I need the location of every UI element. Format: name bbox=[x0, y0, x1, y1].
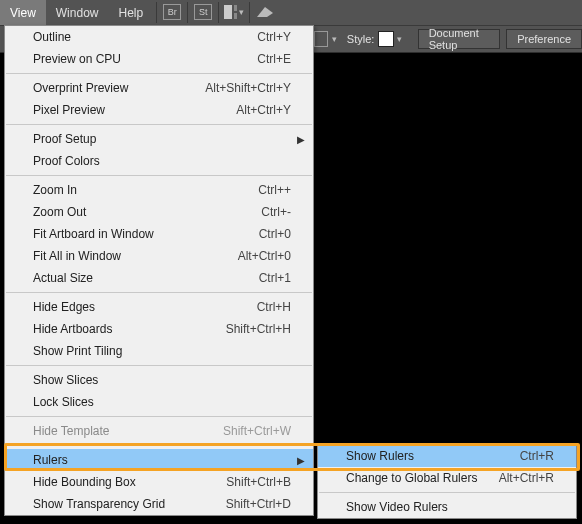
menu-view[interactable]: View bbox=[0, 0, 46, 25]
view-menu-item[interactable]: Zoom OutCtrl+- bbox=[5, 201, 313, 223]
menu-item-label: Rulers bbox=[33, 453, 291, 467]
menu-item-shortcut: Shift+Ctrl+H bbox=[226, 322, 291, 336]
menu-item-shortcut: Ctrl+0 bbox=[259, 227, 291, 241]
menu-item-label: Zoom In bbox=[33, 183, 258, 197]
chevron-right-icon: ▶ bbox=[297, 134, 305, 145]
arrange-documents-icon[interactable]: ▾ bbox=[224, 3, 244, 21]
menu-item-shortcut: Alt+Ctrl+Y bbox=[236, 103, 291, 117]
menu-item-label: Outline bbox=[33, 30, 257, 44]
menu-separator bbox=[6, 416, 312, 417]
view-menu-item[interactable]: Show Slices bbox=[5, 369, 313, 391]
menu-item-label: Hide Edges bbox=[33, 300, 257, 314]
menu-item-shortcut: Alt+Shift+Ctrl+Y bbox=[205, 81, 291, 95]
view-menu-item[interactable]: Show Transparency GridShift+Ctrl+D bbox=[5, 493, 313, 515]
menu-item-label: Actual Size bbox=[33, 271, 259, 285]
view-menu-item[interactable]: Overprint PreviewAlt+Shift+Ctrl+Y bbox=[5, 77, 313, 99]
view-menu-dropdown: OutlineCtrl+YPreview on CPUCtrl+EOverpri… bbox=[4, 25, 314, 516]
view-menu-item[interactable]: Actual SizeCtrl+1 bbox=[5, 267, 313, 289]
view-menu-item: Hide TemplateShift+Ctrl+W bbox=[5, 420, 313, 442]
menu-item-label: Show Rulers bbox=[346, 449, 520, 463]
chevron-down-icon[interactable]: ▾ bbox=[332, 34, 337, 44]
rulers-submenu: Show RulersCtrl+RChange to Global Rulers… bbox=[317, 444, 577, 519]
menu-separator bbox=[319, 492, 575, 493]
view-menu-item[interactable]: Hide Bounding BoxShift+Ctrl+B bbox=[5, 471, 313, 493]
menu-item-label: Pixel Preview bbox=[33, 103, 236, 117]
bridge-icon[interactable]: Br bbox=[162, 3, 182, 21]
rulers-submenu-item[interactable]: Show Video Rulers bbox=[318, 496, 576, 518]
view-menu-item[interactable]: Rulers▶ bbox=[5, 449, 313, 471]
menu-item-label: Proof Colors bbox=[33, 154, 291, 168]
menu-item-label: Hide Template bbox=[33, 424, 223, 438]
menu-item-label: Hide Bounding Box bbox=[33, 475, 226, 489]
menu-item-label: Lock Slices bbox=[33, 395, 291, 409]
menu-item-label: Fit All in Window bbox=[33, 249, 238, 263]
view-menu-item[interactable]: Show Print Tiling bbox=[5, 340, 313, 362]
menu-item-shortcut: Shift+Ctrl+B bbox=[226, 475, 291, 489]
menu-item-shortcut: Ctrl+H bbox=[257, 300, 291, 314]
menu-separator bbox=[6, 445, 312, 446]
menu-item-label: Show Transparency Grid bbox=[33, 497, 226, 511]
view-menu-item[interactable]: Preview on CPUCtrl+E bbox=[5, 48, 313, 70]
menu-item-label: Overprint Preview bbox=[33, 81, 205, 95]
stroke-swatch[interactable] bbox=[314, 31, 328, 47]
view-menu-item[interactable]: Lock Slices bbox=[5, 391, 313, 413]
menubar: View Window Help Br St ▾ bbox=[0, 0, 582, 25]
menu-separator bbox=[6, 365, 312, 366]
menu-item-label: Show Slices bbox=[33, 373, 291, 387]
view-menu-item[interactable]: Hide ArtboardsShift+Ctrl+H bbox=[5, 318, 313, 340]
menu-separator bbox=[6, 175, 312, 176]
menu-separator bbox=[6, 73, 312, 74]
menu-item-label: Zoom Out bbox=[33, 205, 261, 219]
rulers-submenu-item[interactable]: Change to Global RulersAlt+Ctrl+R bbox=[318, 467, 576, 489]
gpu-performance-icon[interactable] bbox=[255, 3, 275, 21]
menu-item-label: Show Print Tiling bbox=[33, 344, 291, 358]
rulers-submenu-item[interactable]: Show RulersCtrl+R bbox=[318, 445, 576, 467]
menu-separator bbox=[6, 292, 312, 293]
menu-item-shortcut: Shift+Ctrl+W bbox=[223, 424, 291, 438]
menu-item-shortcut: Ctrl+E bbox=[257, 52, 291, 66]
view-menu-item[interactable]: Fit Artboard in WindowCtrl+0 bbox=[5, 223, 313, 245]
menu-item-label: Hide Artboards bbox=[33, 322, 226, 336]
style-label: Style: bbox=[347, 33, 375, 45]
chevron-down-icon[interactable]: ▾ bbox=[397, 34, 402, 44]
menu-item-shortcut: Alt+Ctrl+0 bbox=[238, 249, 291, 263]
view-menu-item[interactable]: OutlineCtrl+Y bbox=[5, 26, 313, 48]
menu-item-label: Proof Setup bbox=[33, 132, 291, 146]
view-menu-item[interactable]: Proof Setup▶ bbox=[5, 128, 313, 150]
menu-item-label: Fit Artboard in Window bbox=[33, 227, 259, 241]
style-swatch[interactable] bbox=[378, 31, 393, 47]
menu-item-shortcut: Ctrl+Y bbox=[257, 30, 291, 44]
menu-item-shortcut: Shift+Ctrl+D bbox=[226, 497, 291, 511]
svg-rect-0 bbox=[224, 5, 232, 19]
view-menu-item[interactable]: Proof Colors bbox=[5, 150, 313, 172]
view-menu-item[interactable]: Pixel PreviewAlt+Ctrl+Y bbox=[5, 99, 313, 121]
chevron-right-icon: ▶ bbox=[297, 455, 305, 466]
view-menu-item[interactable]: Zoom InCtrl++ bbox=[5, 179, 313, 201]
menu-item-shortcut: Ctrl+R bbox=[520, 449, 554, 463]
stock-icon[interactable]: St bbox=[193, 3, 213, 21]
menu-window[interactable]: Window bbox=[46, 0, 109, 25]
menu-item-label: Show Video Rulers bbox=[346, 500, 554, 514]
view-menu-item[interactable]: Hide EdgesCtrl+H bbox=[5, 296, 313, 318]
menu-help[interactable]: Help bbox=[108, 0, 153, 25]
menu-separator bbox=[6, 124, 312, 125]
menu-item-shortcut: Ctrl++ bbox=[258, 183, 291, 197]
menu-item-shortcut: Alt+Ctrl+R bbox=[499, 471, 554, 485]
view-menu-item[interactable]: Fit All in WindowAlt+Ctrl+0 bbox=[5, 245, 313, 267]
menu-item-shortcut: Ctrl+- bbox=[261, 205, 291, 219]
menu-item-label: Change to Global Rulers bbox=[346, 471, 499, 485]
menu-item-shortcut: Ctrl+1 bbox=[259, 271, 291, 285]
menu-item-label: Preview on CPU bbox=[33, 52, 257, 66]
preferences-button[interactable]: Preference bbox=[506, 29, 582, 49]
svg-rect-1 bbox=[234, 5, 237, 11]
document-setup-button[interactable]: Document Setup bbox=[418, 29, 501, 49]
svg-rect-2 bbox=[234, 13, 237, 19]
